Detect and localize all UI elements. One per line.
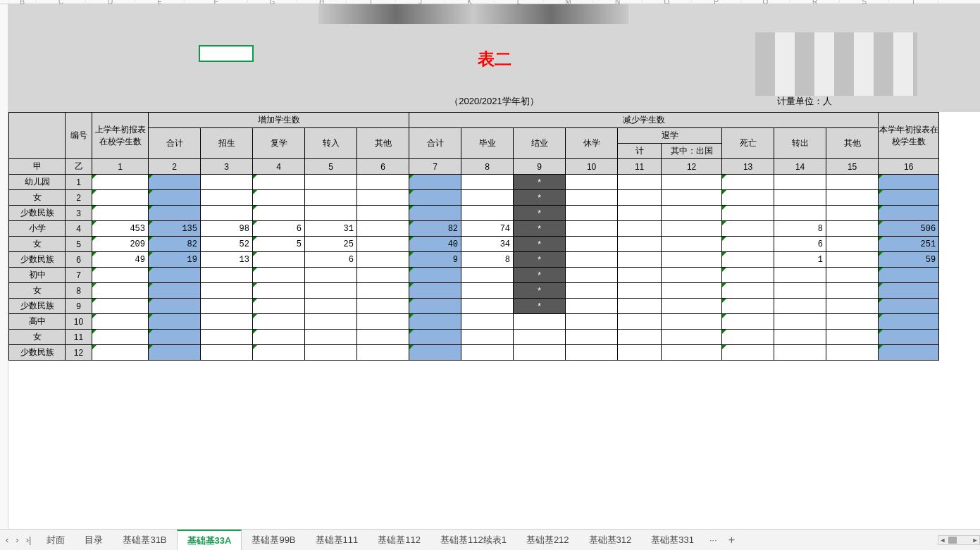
data-table[interactable]: 编号 上学年初报表在校学生数 增加学生数 减少学生数 本学年初报表在校学生数 合…: [8, 112, 939, 361]
cell[interactable]: [253, 299, 305, 314]
table-row[interactable]: 少数民族6491913698*159: [9, 252, 939, 268]
cell[interactable]: [149, 268, 201, 283]
cell[interactable]: [92, 283, 149, 299]
cell[interactable]: [461, 283, 514, 299]
cell[interactable]: [149, 299, 201, 314]
cell[interactable]: 6: [253, 221, 305, 237]
cell[interactable]: [879, 314, 939, 330]
sheet-tab[interactable]: 基础基111: [306, 530, 368, 550]
cell[interactable]: [826, 237, 879, 252]
cell[interactable]: [357, 299, 409, 314]
scroll-thumb[interactable]: [948, 537, 957, 544]
cell[interactable]: [253, 283, 305, 299]
cell[interactable]: 82: [149, 237, 201, 252]
cell[interactable]: [826, 190, 879, 206]
cell[interactable]: [409, 190, 461, 206]
cell[interactable]: 40: [409, 237, 461, 252]
cell[interactable]: [662, 237, 722, 252]
cell[interactable]: [774, 175, 826, 190]
tab-more-button[interactable]: ···: [704, 535, 723, 545]
cell[interactable]: 8: [774, 221, 826, 237]
cell[interactable]: [305, 268, 357, 283]
cell[interactable]: [826, 175, 879, 190]
cell[interactable]: [826, 345, 879, 361]
cell[interactable]: [461, 206, 514, 221]
cell[interactable]: [305, 314, 357, 330]
cell[interactable]: [566, 299, 618, 314]
scroll-right-icon[interactable]: ►: [971, 537, 979, 544]
cell[interactable]: [566, 268, 618, 283]
cell[interactable]: [722, 268, 774, 283]
cell[interactable]: [409, 206, 461, 221]
cell[interactable]: [566, 283, 618, 299]
table-row[interactable]: 少数民族3*: [9, 206, 939, 221]
cell[interactable]: [774, 330, 826, 345]
cell[interactable]: 209: [92, 237, 149, 252]
cell[interactable]: [774, 206, 826, 221]
cell[interactable]: [357, 237, 409, 252]
cell[interactable]: [201, 190, 253, 206]
cell[interactable]: [461, 190, 514, 206]
cell[interactable]: [826, 299, 879, 314]
cell[interactable]: [514, 314, 566, 330]
cell[interactable]: [92, 330, 149, 345]
cell[interactable]: [253, 252, 305, 268]
cell[interactable]: [149, 175, 201, 190]
cell[interactable]: 506: [879, 221, 939, 237]
cell[interactable]: [618, 206, 662, 221]
cell[interactable]: [722, 252, 774, 268]
cell[interactable]: [826, 314, 879, 330]
cell[interactable]: [566, 252, 618, 268]
cell[interactable]: [461, 299, 514, 314]
sheet-tab[interactable]: 基础基31B: [113, 530, 176, 550]
cell[interactable]: 5: [253, 237, 305, 252]
cell[interactable]: [662, 221, 722, 237]
cell[interactable]: 19: [149, 252, 201, 268]
cell[interactable]: [618, 299, 662, 314]
cell[interactable]: [566, 237, 618, 252]
cell[interactable]: [201, 175, 253, 190]
cell[interactable]: [662, 330, 722, 345]
cell[interactable]: [357, 175, 409, 190]
cell[interactable]: [662, 299, 722, 314]
sheet-tab[interactable]: 基础基212: [516, 530, 579, 550]
cell[interactable]: [879, 190, 939, 206]
cell[interactable]: [201, 299, 253, 314]
cell[interactable]: [722, 299, 774, 314]
cell[interactable]: [357, 190, 409, 206]
cell[interactable]: [149, 206, 201, 221]
cell[interactable]: [662, 190, 722, 206]
table-body[interactable]: 幼儿园1*女2*少数民族3*小学4453135986318274*8506女52…: [9, 175, 939, 361]
tab-nav-next-icon[interactable]: ›: [15, 535, 18, 545]
cell[interactable]: [357, 330, 409, 345]
cell[interactable]: [253, 330, 305, 345]
cell[interactable]: [722, 175, 774, 190]
cell[interactable]: [461, 314, 514, 330]
cell[interactable]: [879, 268, 939, 283]
cell[interactable]: [879, 206, 939, 221]
sheet-tab[interactable]: 封面: [37, 530, 75, 550]
cell[interactable]: 74: [461, 221, 514, 237]
cell[interactable]: [879, 345, 939, 361]
cell[interactable]: [722, 345, 774, 361]
cell[interactable]: [409, 314, 461, 330]
sheet-tab[interactable]: 目录: [75, 530, 113, 550]
cell[interactable]: 135: [149, 221, 201, 237]
cell[interactable]: [722, 330, 774, 345]
cell[interactable]: [662, 314, 722, 330]
cell[interactable]: [201, 206, 253, 221]
cell[interactable]: [357, 252, 409, 268]
cell[interactable]: [618, 190, 662, 206]
cell[interactable]: [826, 268, 879, 283]
table-row[interactable]: 初中7*: [9, 268, 939, 283]
cell[interactable]: [514, 330, 566, 345]
cell[interactable]: [618, 268, 662, 283]
table-row[interactable]: 少数民族9*: [9, 299, 939, 314]
cell[interactable]: [253, 314, 305, 330]
cell[interactable]: [826, 206, 879, 221]
cell[interactable]: [722, 237, 774, 252]
cell[interactable]: [774, 314, 826, 330]
cell[interactable]: 34: [461, 237, 514, 252]
scroll-left-icon[interactable]: ◄: [938, 537, 947, 544]
cell[interactable]: [618, 237, 662, 252]
